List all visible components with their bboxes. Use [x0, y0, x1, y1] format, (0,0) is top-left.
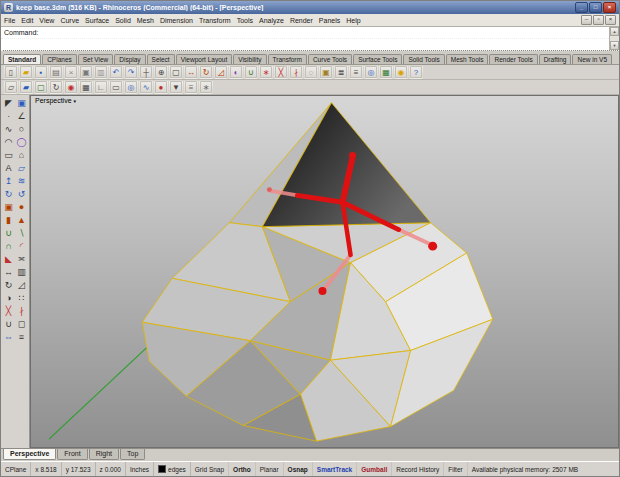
print-icon[interactable]: ▤ — [49, 65, 63, 79]
revolve-icon[interactable]: ↻ — [2, 187, 15, 200]
explode-icon[interactable]: ∗ — [259, 65, 273, 79]
cone-icon[interactable]: ▲ — [15, 213, 28, 226]
viewport-title[interactable]: Perspective ▾ — [35, 97, 76, 104]
extrude-icon[interactable]: ↥ — [2, 174, 15, 187]
properties-icon[interactable]: ≡ — [349, 65, 363, 79]
maximize-button[interactable]: □ — [589, 2, 602, 13]
move-icon[interactable]: ↔ — [184, 65, 198, 79]
boolean-union-icon[interactable]: ∪ — [2, 226, 15, 239]
cut-icon[interactable]: × — [64, 65, 78, 79]
chamfer-icon[interactable]: ◣ — [2, 252, 15, 265]
join-icon[interactable]: ∪ — [244, 65, 258, 79]
coordinate-y[interactable]: y 17.523 — [62, 462, 96, 476]
trim-icon[interactable]: ╳ — [274, 65, 288, 79]
close-button[interactable]: × — [603, 2, 616, 13]
command-area[interactable]: Command: ▲ ▼ — [1, 27, 619, 51]
offset-icon[interactable]: ≍ — [15, 252, 28, 265]
units-display[interactable]: Inches — [126, 462, 154, 476]
rotate-icon[interactable]: ↻ — [199, 65, 213, 79]
gumball-icon[interactable]: ◉ — [64, 80, 78, 94]
menu-panels[interactable]: Panels — [319, 17, 340, 24]
toggle-osnap[interactable]: Osnap — [284, 462, 313, 476]
smarttrack-icon[interactable]: ∿ — [139, 80, 153, 94]
undo-icon[interactable]: ↶ — [109, 65, 123, 79]
cplane-rotate-icon[interactable]: ↻ — [49, 80, 63, 94]
osnap-settings-icon[interactable]: ◎ — [124, 80, 138, 94]
new-file-icon[interactable]: ▯ — [4, 65, 18, 79]
sweep-icon[interactable]: ↺ — [15, 187, 28, 200]
mirror-tool-icon[interactable]: ◑ — [2, 291, 15, 304]
menu-render[interactable]: Render — [290, 17, 313, 24]
loft-icon[interactable]: ≋ — [15, 174, 28, 187]
copy-icon[interactable]: ▣ — [79, 65, 93, 79]
tab-new-in-v5[interactable]: New in V5 — [572, 54, 612, 64]
tab-select[interactable]: Select — [147, 54, 175, 64]
planar-icon[interactable]: ▭ — [109, 80, 123, 94]
units-icon[interactable]: ≡ — [184, 80, 198, 94]
redo-icon[interactable]: ↷ — [124, 65, 138, 79]
doc-restore-button[interactable]: ▫ — [593, 15, 604, 25]
tab-render-tools[interactable]: Render Tools — [489, 54, 537, 64]
grid-snap-icon[interactable]: ▦ — [79, 80, 93, 94]
save-file-icon[interactable]: ▪ — [34, 65, 48, 79]
toggle-grid-snap[interactable]: Grid Snap — [191, 462, 229, 476]
mirror-icon[interactable]: ◐ — [229, 65, 243, 79]
rotate-tool-icon[interactable]: ↻ — [2, 278, 15, 291]
menu-edit[interactable]: Edit — [21, 17, 33, 24]
scale-icon[interactable]: ◿ — [214, 65, 228, 79]
layer-name[interactable]: edges — [168, 466, 186, 473]
menu-mesh[interactable]: Mesh — [137, 17, 154, 24]
toggle-gumball[interactable]: Gumball — [357, 462, 392, 476]
paste-icon[interactable]: ▥ — [94, 65, 108, 79]
sphere-icon[interactable]: ● — [15, 200, 28, 213]
open-file-icon[interactable]: ▰ — [19, 65, 33, 79]
red-control-point[interactable] — [428, 242, 437, 251]
tab-drafting[interactable]: Drafting — [539, 54, 572, 64]
split-icon[interactable]: ∤ — [289, 65, 303, 79]
tab-cplanes[interactable]: CPlanes — [42, 54, 77, 64]
cplane-world-icon[interactable]: ▱ — [4, 80, 18, 94]
lock-icon[interactable]: ▣ — [319, 65, 333, 79]
viewport-perspective[interactable]: Perspective ▾ — [30, 95, 619, 448]
viewport-tab-front[interactable]: Front — [57, 449, 87, 460]
help-icon[interactable]: ? — [409, 65, 423, 79]
viewport-title-label[interactable]: Perspective — [35, 97, 72, 104]
measure-icon[interactable]: ≡ — [15, 330, 28, 343]
command-scrollbar[interactable]: ▲ ▼ — [609, 27, 619, 50]
tab-visibility[interactable]: Visibility — [233, 54, 266, 64]
split-tool-icon[interactable]: ∤ — [15, 304, 28, 317]
point-icon[interactable]: ∙ — [2, 109, 15, 122]
tab-viewport-layout[interactable]: Viewport Layout — [176, 54, 233, 64]
select-pointer-icon[interactable]: ◤ — [2, 96, 15, 109]
copy-tool-icon[interactable]: ▥ — [15, 265, 28, 278]
join-tool-icon[interactable]: ∪ — [2, 317, 15, 330]
scroll-up-icon[interactable]: ▲ — [610, 27, 619, 36]
tab-solid-tools[interactable]: Solid Tools — [403, 54, 444, 64]
menu-tools[interactable]: Tools — [237, 17, 253, 24]
polyline-icon[interactable]: ∠ — [15, 109, 28, 122]
surface-plane-icon[interactable]: ▱ — [15, 161, 28, 174]
toggle-record-history[interactable]: Record History — [392, 462, 444, 476]
ortho-icon[interactable]: ∟ — [94, 80, 108, 94]
toggle-ortho[interactable]: Ortho — [229, 462, 256, 476]
cplane-view-icon[interactable]: ▢ — [34, 80, 48, 94]
coordinate-x[interactable]: x 8.518 — [31, 462, 61, 476]
ellipse-icon[interactable]: ◯ — [15, 135, 28, 148]
hide-icon[interactable]: ◌ — [304, 65, 318, 79]
scale-tool-icon[interactable]: ◿ — [15, 278, 28, 291]
trim-tool-icon[interactable]: ╳ — [2, 304, 15, 317]
polygon-icon[interactable]: ⌂ — [15, 148, 28, 161]
tab-set-view[interactable]: Set View — [78, 54, 114, 64]
boolean-difference-icon[interactable]: ∖ — [15, 226, 28, 239]
render-icon[interactable]: ◉ — [394, 65, 408, 79]
red-control-point[interactable] — [318, 287, 326, 295]
minimize-button[interactable]: _ — [575, 2, 588, 13]
grid-icon[interactable]: ▦ — [379, 65, 393, 79]
tab-transform[interactable]: Transform — [268, 54, 307, 64]
osnap-icon[interactable]: ◎ — [364, 65, 378, 79]
viewport-tab-perspective[interactable]: Perspective — [3, 449, 56, 460]
zoom-icon[interactable]: ⊕ — [154, 65, 168, 79]
red-control-point[interactable] — [267, 187, 272, 192]
viewport-menu-arrow-icon[interactable]: ▾ — [74, 98, 77, 104]
tab-surface-tools[interactable]: Surface Tools — [353, 54, 402, 64]
